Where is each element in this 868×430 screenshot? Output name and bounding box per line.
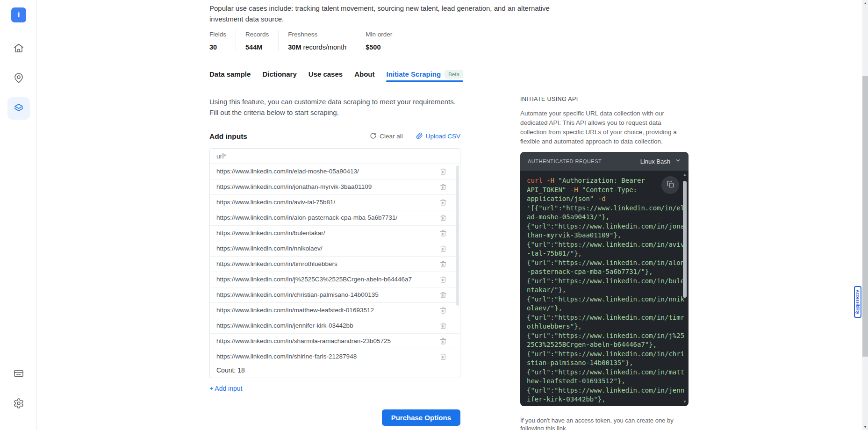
url-cell[interactable]: https://www.linkedin.com/in/nnikolaev/ [216,245,323,252]
url-row: https://www.linkedin.com/in/nnikolaev/ [210,241,460,257]
url-input-table: url* https://www.linkedin.com/in/elad-mo… [209,148,460,378]
delete-url-button[interactable] [439,183,447,191]
delete-url-button[interactable] [439,168,447,175]
delete-url-button[interactable] [439,353,447,360]
upload-csv-button[interactable]: Upload CSV [416,132,460,141]
sidebar-item-locations[interactable] [7,67,30,90]
delete-url-button[interactable] [439,245,447,252]
stat-label: Min order [366,31,392,40]
delete-url-button[interactable] [439,214,447,222]
url-cell[interactable]: https://www.linkedin.com/in/bulentakar/ [216,229,325,236]
code-block: AUTHENTICATED REQUEST Linux Bash curl -H… [520,152,689,406]
tab-label: Dictionary [262,70,296,78]
url-cell[interactable]: https://www.linkedin.com/in/christian-pa… [216,291,379,298]
url-row: https://www.linkedin.com/in/elad-moshe-0… [210,164,460,179]
code-scroll-up-arrow[interactable]: ▲ [683,172,687,177]
map-pin-icon [13,72,24,85]
trash-icon [439,276,447,283]
trash-icon [439,337,447,345]
url-cell[interactable]: https://www.linkedin.com/in/sharmila-ram… [216,337,391,344]
chevron-down-icon [675,158,681,165]
code-scroll-down-arrow[interactable]: ▼ [683,400,687,404]
url-cell[interactable]: https://www.linkedin.com/in/matthew-leaf… [216,307,374,314]
page-scrollbar: ▲ ▼ [862,0,868,430]
page: i Popular use cases include: tracking ta… [0,0,868,430]
delete-url-button[interactable] [439,276,447,283]
delete-url-button[interactable] [439,260,447,268]
delete-url-button[interactable] [439,322,447,330]
code-segment [594,195,597,202]
code-scrollbar-thumb[interactable] [683,181,687,298]
page-scroll-up-arrow[interactable]: ▲ [862,1,868,5]
layers-icon [13,102,24,115]
url-row: https://www.linkedin.com/in/timrothluebb… [210,257,460,272]
url-table-scrollbar-thumb[interactable] [456,165,459,306]
trash-icon [439,214,447,222]
clear-all-button[interactable]: Clear all [370,132,403,141]
purchase-options-button[interactable]: Purchase Options [382,409,460,426]
add-input-button[interactable]: + Add input [209,385,242,392]
trash-icon [439,307,447,314]
url-cell[interactable]: https://www.linkedin.com/in/alon-pastern… [216,214,397,221]
sidebar-item-home[interactable] [7,37,30,60]
tab-about[interactable]: About [354,66,374,82]
page-scrollbar-thumb[interactable] [862,76,868,357]
stat-min-order: Min order$500 [366,30,402,51]
tab-label: About [354,70,374,78]
url-row: https://www.linkedin.com/in/jennifer-kir… [210,318,460,334]
sidebar-item-billing[interactable] [7,363,30,385]
sidebar-item-datasets[interactable] [7,97,30,120]
add-inputs-actions: Clear all Upload CSV [370,132,460,141]
url-cell[interactable]: https://www.linkedin.com/in/shirine-fari… [216,353,357,360]
code-segment: curl [527,177,543,184]
delete-url-button[interactable] [439,229,447,237]
app-logo[interactable]: i [11,7,26,22]
delete-url-button[interactable] [439,291,447,299]
code-scrollbar-track [683,177,687,400]
stat-fields: Fields30 [209,30,236,51]
trash-icon [439,322,447,330]
page-scroll-down-arrow[interactable]: ▼ [862,425,868,429]
sidebar-item-settings[interactable] [7,393,30,415]
stat-label: Records [245,31,269,40]
initiate-scraping-panel: Using this feature, you can customize da… [209,96,460,426]
tab-label: Use cases [308,70,343,78]
url-cell[interactable]: https://www.linkedin.com/in/timrothluebb… [216,260,337,267]
tab-data-sample[interactable]: Data sample [209,66,251,82]
trash-icon [439,260,447,268]
tabs-bar: Data sampleDictionaryUse casesAboutIniti… [209,66,463,82]
count-value: 18 [237,366,245,374]
tab-dictionary[interactable]: Dictionary [262,66,296,82]
url-table-body: https://www.linkedin.com/in/elad-moshe-0… [210,164,460,363]
accessibility-tab[interactable]: Accessibility [854,286,861,318]
copy-code-button[interactable] [661,176,679,194]
url-cell[interactable]: https://www.linkedin.com/in/jennifer-kir… [216,322,353,329]
delete-url-button[interactable] [439,337,447,345]
paperclip-icon [416,132,423,141]
url-cell[interactable]: https://www.linkedin.com/in/jonathan-myr… [216,183,372,190]
access-token-link[interactable]: this link. [545,425,567,430]
upload-csv-label: Upload CSV [426,133,460,140]
api-panel-title: INITIATE USING API [520,96,689,102]
trash-icon [439,291,447,299]
trash-icon [439,199,447,206]
language-selector[interactable]: Linux Bash [640,158,681,165]
gear-icon [13,398,24,410]
api-panel-description: Automate your specific URL data collecti… [520,109,689,146]
dataset-description: Popular use cases include: tracking tale… [209,3,565,25]
tab-use-cases[interactable]: Use cases [308,66,343,82]
code-scrollbar: ▲ ▼ [682,172,687,404]
trash-icon [439,183,447,191]
access-token-note: If you don't have an access token, you c… [520,416,689,430]
stats-row: Fields30Records544MFreshness30M records/… [209,30,411,51]
code-content: curl -H "Authorization: Bearer API_TOKEN… [527,176,684,404]
url-cell[interactable]: https://www.linkedin.com/in/elad-moshe-0… [216,168,359,175]
url-row: https://www.linkedin.com/in/j%2525C3%252… [210,272,460,287]
url-cell[interactable]: https://www.linkedin.com/in/j%2525C3%252… [216,276,412,283]
url-cell[interactable]: https://www.linkedin.com/in/aviv-tal-75b… [216,199,335,206]
delete-url-button[interactable] [439,307,447,314]
url-row: https://www.linkedin.com/in/alon-pastern… [210,210,460,226]
tab-initiate-scraping[interactable]: Initiate ScrapingBeta [386,66,463,82]
delete-url-button[interactable] [439,199,447,206]
access-token-note-text: If you don't have an access token, you c… [520,417,674,430]
